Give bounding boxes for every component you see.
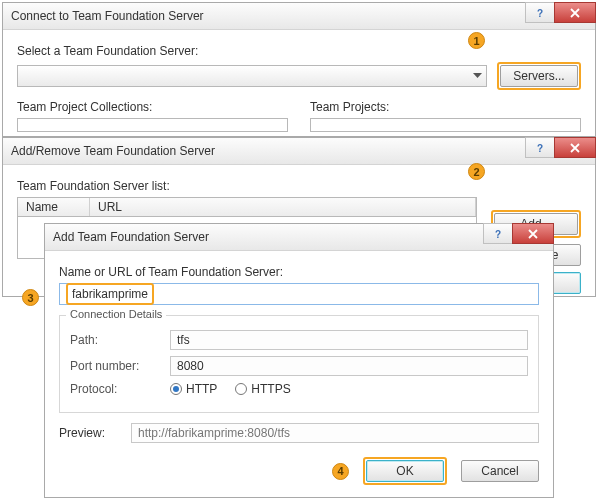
server-list-label: Team Foundation Server list: xyxy=(17,179,477,193)
svg-text:?: ? xyxy=(537,143,543,154)
callout-4-badge: 4 xyxy=(332,463,349,480)
team-projects-list[interactable] xyxy=(310,118,581,132)
port-input[interactable]: 8080 xyxy=(170,356,528,376)
add-remove-title: Add/Remove Team Foundation Server xyxy=(11,144,525,158)
callout-3-badge: 3 xyxy=(22,289,39,306)
server-list-header: Name URL xyxy=(17,197,477,217)
connect-titlebar: Connect to Team Foundation Server ? xyxy=(3,3,595,30)
connect-dialog: Connect to Team Foundation Server ? Sele… xyxy=(2,2,596,137)
name-callout: fabrikamprime xyxy=(66,283,154,305)
cancel-button[interactable]: Cancel xyxy=(461,460,539,482)
team-projects-label: Team Projects: xyxy=(310,100,581,114)
connection-details-legend: Connection Details xyxy=(66,308,166,320)
add-server-titlebar: Add Team Foundation Server ? xyxy=(45,224,553,251)
radio-dot-icon xyxy=(170,383,182,395)
close-button[interactable] xyxy=(512,223,554,244)
ok-callout: OK xyxy=(363,457,447,485)
port-label: Port number: xyxy=(70,359,170,373)
preview-label: Preview: xyxy=(59,426,121,440)
team-project-collections-list[interactable] xyxy=(17,118,288,132)
path-input[interactable]: tfs xyxy=(170,330,528,350)
connection-details-group: Connection Details Path: tfs Port number… xyxy=(59,315,539,413)
name-url-label: Name or URL of Team Foundation Server: xyxy=(59,265,539,279)
add-server-dialog: Add Team Foundation Server ? Name or URL… xyxy=(44,223,554,498)
chevron-down-icon xyxy=(473,73,482,79)
radio-dot-icon xyxy=(235,383,247,395)
callout-2-badge: 2 xyxy=(468,163,485,180)
server-name-input[interactable]: fabrikamprime xyxy=(59,283,539,305)
close-button[interactable] xyxy=(554,2,596,23)
svg-text:?: ? xyxy=(495,229,501,240)
http-radio[interactable]: HTTP xyxy=(170,382,217,396)
server-dropdown[interactable] xyxy=(17,65,487,87)
path-label: Path: xyxy=(70,333,170,347)
servers-callout: Servers... xyxy=(497,62,581,90)
close-button[interactable] xyxy=(554,137,596,158)
callout-1-badge: 1 xyxy=(468,32,485,49)
servers-button[interactable]: Servers... xyxy=(500,65,578,87)
preview-output: http://fabrikamprime:8080/tfs xyxy=(131,423,539,443)
team-project-collections-label: Team Project Collections: xyxy=(17,100,288,114)
svg-text:?: ? xyxy=(537,8,543,19)
add-server-title: Add Team Foundation Server xyxy=(53,230,483,244)
help-button[interactable]: ? xyxy=(525,2,555,23)
ok-button[interactable]: OK xyxy=(366,460,444,482)
select-server-label: Select a Team Foundation Server: xyxy=(17,44,581,58)
add-remove-titlebar: Add/Remove Team Foundation Server ? xyxy=(3,138,595,165)
server-name-value: fabrikamprime xyxy=(69,286,151,302)
https-radio[interactable]: HTTPS xyxy=(235,382,290,396)
protocol-label: Protocol: xyxy=(70,382,170,396)
help-button[interactable]: ? xyxy=(483,223,513,244)
header-name[interactable]: Name xyxy=(18,198,90,216)
header-url[interactable]: URL xyxy=(90,198,476,216)
help-button[interactable]: ? xyxy=(525,137,555,158)
connect-title: Connect to Team Foundation Server xyxy=(11,9,525,23)
